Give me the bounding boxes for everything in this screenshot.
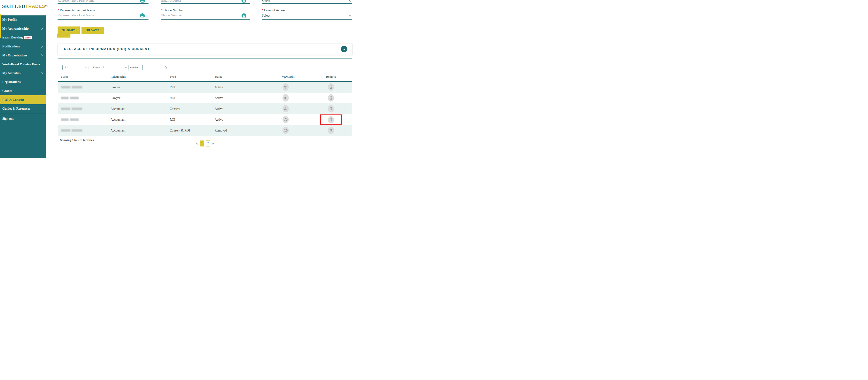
chevron-right-icon: > (41, 71, 43, 76)
eye-icon (283, 85, 288, 89)
brand-suffix-bc: BC (45, 5, 48, 7)
new-badge: New! (24, 36, 32, 39)
cell-name-redacted (61, 114, 80, 125)
sidebar-item-work-based-training-hours[interactable]: Work-Based Training Hours (0, 60, 46, 69)
pagination-page-2[interactable]: 2 (206, 141, 210, 146)
roi-consent-table-card: All v Show 5 v entries Name Relationship… (58, 58, 352, 150)
show-label: Show (93, 66, 100, 69)
cell-name-redacted (61, 104, 84, 114)
sidebar-item-label: My Profile (2, 18, 17, 22)
table-row: Lawyer ROI Active (58, 82, 352, 93)
trash-icon (329, 118, 333, 122)
column-header-type[interactable]: Type (170, 75, 176, 79)
select-value: Select (262, 13, 270, 18)
search-icon[interactable] (164, 66, 167, 69)
cell-type: ROI (170, 82, 175, 93)
required-asterisk: * (262, 8, 264, 11)
sidebar-item-notifications[interactable]: Notifications > (0, 42, 46, 51)
chevron-down-icon: v (349, 14, 351, 17)
chevron-down-icon: ⌄ (343, 47, 346, 51)
column-header-remove[interactable]: Remove (326, 75, 336, 79)
sidebar-item-label: Exam Booking (2, 36, 23, 39)
trash-icon (329, 107, 333, 111)
email-address-input[interactable] (161, 0, 250, 3)
cell-status: Active (215, 93, 223, 104)
column-header-relationship[interactable]: Relationship (111, 75, 126, 79)
cursor-dot (145, 30, 146, 30)
sidebar-item-roi-consent[interactable]: ROI & Consent (0, 95, 46, 104)
brand-logo[interactable]: SKILLEDTRADESBC (2, 3, 48, 9)
update-button[interactable]: UPDATE (82, 27, 104, 34)
cell-type: ROI (170, 93, 175, 104)
remove-button[interactable] (328, 94, 334, 101)
chevron-right-icon: > (41, 27, 43, 31)
cell-type: Consent & ROI (170, 125, 190, 136)
cell-status: Removed (215, 125, 227, 136)
chevron-down-icon: v (85, 66, 87, 69)
phone-number-input[interactable] (161, 13, 250, 17)
last-name-label: *Representative Last Name (58, 8, 95, 12)
sidebar-item-label: Registrations (2, 80, 21, 84)
cell-relationship: Accountant (111, 104, 125, 114)
view-edit-button[interactable] (282, 116, 289, 123)
table-row: Accountant Consent Active (58, 104, 352, 114)
password-manager-autofill-icon[interactable] (241, 0, 247, 3)
view-edit-button[interactable] (282, 94, 289, 101)
sidebar-item-label: Sign out (2, 117, 13, 121)
filter-select-value: All (64, 66, 68, 69)
sidebar-item-sign-out[interactable]: Sign out (0, 114, 46, 123)
remove-button[interactable] (328, 83, 334, 91)
column-header-name[interactable]: Name (61, 75, 68, 79)
eye-icon (283, 128, 288, 133)
collapse-section-button[interactable]: ⌄ (341, 46, 347, 52)
column-header-view-edit[interactable]: View/Edit (282, 75, 294, 79)
submit-button[interactable]: SUBMIT (58, 27, 80, 34)
cell-status: Active (215, 82, 223, 93)
filter-select[interactable]: All v (62, 65, 88, 70)
password-manager-autofill-icon[interactable] (241, 13, 247, 19)
remove-button-highlighted[interactable] (328, 116, 334, 123)
sidebar-item-registrations[interactable]: Registrations (0, 78, 46, 87)
sidebar-item-exam-booking[interactable]: Exam Booking New! (0, 33, 46, 42)
table-search-box (142, 65, 169, 70)
representative-first-name-input[interactable] (58, 0, 149, 3)
input-underline (58, 19, 149, 20)
sidebar-item-grants[interactable]: Grants (0, 87, 46, 95)
sidebar-item-my-activities[interactable]: My Activities > (0, 69, 46, 78)
chevron-down-icon: v (349, 0, 351, 3)
input-underline (58, 3, 149, 4)
required-asterisk: * (58, 8, 59, 11)
cell-relationship: Accountant (111, 125, 125, 136)
sidebar-item-my-organizations[interactable]: My Organizations > (0, 51, 46, 60)
eye-icon (283, 117, 288, 122)
cell-relationship: Accountant (111, 114, 125, 125)
roi-section-header: RELEASE OF INFORMATION (ROI) & CONSENT ⌄ (58, 44, 352, 55)
sidebar-nav: My Profile My Apprenticeship > Exam Book… (0, 16, 46, 158)
pagination-page-1[interactable]: 1 (200, 141, 204, 146)
pagination-next-icon[interactable]: > (212, 142, 214, 146)
remove-button[interactable] (328, 127, 334, 134)
pagination-prev-icon[interactable]: < (196, 142, 198, 146)
required-asterisk: * (161, 8, 163, 11)
sidebar-item-label: Notifications (2, 45, 20, 48)
password-manager-autofill-icon[interactable] (140, 0, 145, 3)
remove-button[interactable] (328, 105, 334, 112)
representative-last-name-input[interactable] (58, 13, 149, 17)
brand-word-trades: TRADES (25, 4, 45, 9)
sidebar-item-my-apprenticeship[interactable]: My Apprenticeship > (0, 24, 46, 33)
table-row: Accountant Consent & ROI Removed (58, 125, 352, 136)
roi-section-title: RELEASE OF INFORMATION (ROI) & CONSENT (64, 47, 150, 51)
sidebar-item-my-profile[interactable]: My Profile (0, 16, 46, 24)
table-search-input[interactable] (144, 65, 164, 69)
sidebar-divider (0, 114, 46, 114)
eye-icon (283, 96, 288, 100)
view-edit-button[interactable] (282, 105, 289, 112)
sidebar-item-guides-resources[interactable]: Guides & Resources (0, 104, 46, 113)
column-header-status[interactable]: Status (215, 75, 222, 79)
view-edit-button[interactable] (282, 127, 289, 134)
cell-name-redacted (61, 125, 84, 136)
chevron-right-icon: > (41, 53, 43, 58)
view-edit-button[interactable] (282, 83, 289, 91)
page-size-select[interactable]: 5 v (101, 65, 128, 70)
password-manager-autofill-icon[interactable] (140, 13, 145, 19)
